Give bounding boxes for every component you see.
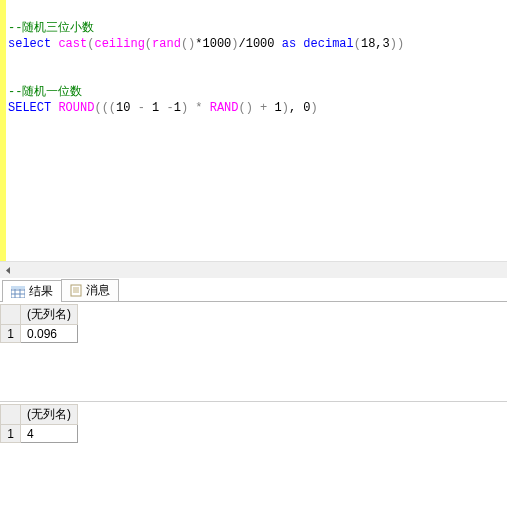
code-comment: --随机一位数: [8, 85, 82, 99]
code-func: RAND: [210, 101, 239, 115]
result-table[interactable]: (无列名) 1 4: [0, 404, 78, 443]
row-number: 1: [1, 425, 21, 443]
column-header[interactable]: (无列名): [21, 305, 78, 325]
sql-editor-pane: --随机三位小数 select cast(ceiling(rand()*1000…: [0, 0, 507, 261]
scroll-left-arrow-icon[interactable]: [0, 262, 17, 278]
grid-icon: [11, 286, 25, 298]
table-corner: [1, 405, 21, 425]
code-keyword: decimal: [303, 37, 353, 51]
results-area: (无列名) 1 0.096 (无列名) 1 4: [0, 302, 507, 502]
table-row[interactable]: 1 4: [1, 425, 78, 443]
editor-horizontal-scrollbar[interactable]: [0, 261, 507, 278]
tab-messages-label: 消息: [86, 282, 110, 299]
code-func: ROUND: [58, 101, 94, 115]
tab-messages[interactable]: 消息: [61, 279, 119, 301]
table-corner: [1, 305, 21, 325]
code-func: cast: [58, 37, 87, 51]
cell-value[interactable]: 0.096: [21, 325, 78, 343]
code-func: ceiling: [94, 37, 144, 51]
table-header-row: (无列名): [1, 305, 78, 325]
code-keyword: as: [282, 37, 296, 51]
column-header[interactable]: (无列名): [21, 405, 78, 425]
document-icon: [70, 284, 82, 297]
code-keyword: select: [8, 37, 51, 51]
code-keyword: SELECT: [8, 101, 51, 115]
tab-results[interactable]: 结果: [2, 280, 62, 302]
row-number: 1: [1, 325, 21, 343]
result-table[interactable]: (无列名) 1 0.096: [0, 304, 78, 343]
code-func: rand: [152, 37, 181, 51]
result-grid-2: (无列名) 1 4: [0, 402, 507, 502]
table-row[interactable]: 1 0.096: [1, 325, 78, 343]
tab-results-label: 结果: [29, 283, 53, 300]
result-grid-1: (无列名) 1 0.096: [0, 302, 507, 402]
results-tabs: 结果 消息: [0, 278, 507, 302]
table-header-row: (无列名): [1, 405, 78, 425]
cell-value[interactable]: 4: [21, 425, 78, 443]
code-comment: --随机三位小数: [8, 21, 94, 35]
sql-editor[interactable]: --随机三位小数 select cast(ceiling(rand()*1000…: [6, 0, 507, 261]
svg-rect-5: [11, 286, 25, 289]
